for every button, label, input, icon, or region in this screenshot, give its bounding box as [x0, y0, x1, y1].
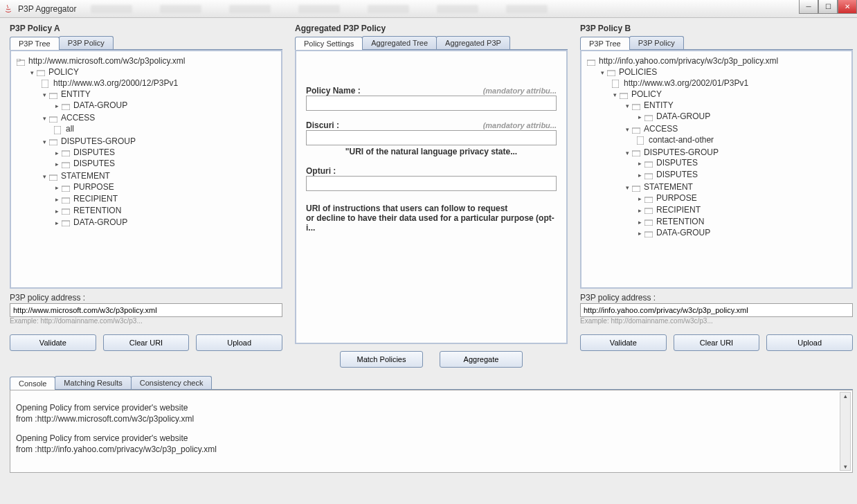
window-minimize-button[interactable]: ─	[799, 0, 818, 14]
collapse-icon[interactable]: ▾	[29, 70, 35, 76]
collapse-icon[interactable]: ▾	[42, 139, 48, 145]
clear-uri-button-a[interactable]: Clear URI	[103, 334, 190, 351]
tree-node[interactable]: RETENTION	[73, 206, 121, 215]
collapse-icon[interactable]: ▾	[599, 70, 606, 76]
tree-node[interactable]: DISPUTES	[73, 147, 115, 157]
tab-p3p-tree-a[interactable]: P3P Tree	[10, 37, 60, 50]
expand-icon[interactable]: ▸	[637, 219, 643, 226]
tree-node[interactable]: DISPUTES	[656, 158, 698, 168]
tree-node[interactable]: ACCESS	[644, 124, 678, 134]
collapse-icon[interactable]: ▾	[624, 127, 631, 133]
tab-policy-settings[interactable]: Policy Settings	[295, 37, 363, 50]
svg-rect-3	[42, 80, 48, 88]
tab-aggregated-tree[interactable]: Aggregated Tree	[362, 36, 437, 49]
console-scrollbar[interactable]: ▴ ▾	[840, 392, 851, 471]
scroll-up-icon[interactable]: ▴	[844, 393, 847, 399]
expand-icon[interactable]: ▸	[637, 208, 643, 214]
aggregate-button[interactable]: Aggregate	[440, 351, 523, 368]
tree-node[interactable]: DATA-GROUP	[73, 217, 127, 227]
expand-icon[interactable]: ▸	[54, 185, 60, 191]
validate-button-a[interactable]: Validate	[10, 334, 96, 351]
svg-rect-16	[587, 60, 595, 66]
collapse-icon[interactable]: ▾	[624, 103, 631, 109]
discuri-input[interactable]	[306, 130, 557, 145]
collapse-icon[interactable]: ▾	[42, 116, 48, 122]
folder-icon	[587, 57, 597, 66]
upload-button-a[interactable]: Upload	[196, 334, 282, 351]
collapse-icon[interactable]: ▾	[612, 92, 618, 98]
tree-node[interactable]: DATA-GROUP	[656, 228, 710, 237]
window-close-button[interactable]: ✕	[838, 0, 857, 14]
collapse-icon[interactable]: ▾	[42, 92, 48, 98]
tree-node[interactable]: ENTITY	[644, 100, 674, 110]
svg-rect-13	[62, 198, 70, 204]
match-policies-button[interactable]: Match Policies	[340, 351, 423, 368]
tree-a[interactable]: http://www.microsoft.com/w3c/p3policy.xm…	[15, 55, 277, 230]
tree-node[interactable]: RETENTION	[656, 217, 704, 226]
policy-name-input[interactable]	[306, 96, 557, 111]
expand-icon[interactable]: ▸	[637, 196, 643, 202]
tree-node[interactable]: POLICY	[631, 89, 662, 99]
folder-icon	[644, 159, 654, 168]
tree-node[interactable]: STATEMENT	[61, 171, 110, 181]
panel-a-title: P3P Policy A	[10, 24, 282, 33]
opturi-input[interactable]	[306, 176, 557, 191]
expand-icon[interactable]: ▸	[637, 161, 643, 167]
expand-icon[interactable]: ▸	[54, 103, 60, 109]
expand-icon[interactable]: ▸	[637, 114, 643, 120]
collapse-icon[interactable]: ▾	[624, 150, 631, 156]
tree-node[interactable]: RECIPIENT	[656, 205, 701, 215]
tree-node[interactable]: DATA-GROUP	[73, 100, 127, 110]
console-line: from :http://www.microsoft.com/w3c/p3pol…	[16, 414, 847, 424]
address-input-a[interactable]	[10, 303, 282, 317]
tab-aggregated-p3p[interactable]: Aggregated P3P	[436, 36, 510, 49]
tree-node[interactable]: http://www.w3.org/2002/01/P3Pv1	[624, 78, 748, 88]
expand-icon[interactable]: ▸	[54, 150, 60, 156]
folder-icon	[644, 194, 654, 204]
tree-node[interactable]: DATA-GROUP	[656, 111, 710, 121]
collapse-icon[interactable]: ▾	[42, 174, 48, 180]
tree-node[interactable]: RECIPIENT	[73, 194, 118, 204]
collapse-icon[interactable]: ▾	[624, 185, 631, 191]
scroll-down-icon[interactable]: ▾	[844, 463, 847, 470]
folder-icon	[62, 206, 71, 216]
tree-node[interactable]: DISPUTES	[73, 159, 115, 168]
tree-b[interactable]: http://info.yahoo.com/privacy/w3c/p3p_po…	[586, 55, 847, 242]
tab-matching-results[interactable]: Matching Results	[55, 376, 131, 389]
tree-node[interactable]: all	[66, 124, 74, 134]
expand-icon[interactable]: ▸	[637, 172, 643, 179]
clear-uri-button-b[interactable]: Clear URI	[674, 334, 760, 351]
validate-button-b[interactable]: Validate	[580, 334, 667, 351]
tree-node[interactable]: POLICY	[48, 67, 79, 77]
tree-node[interactable]: DISPUTES	[656, 170, 698, 179]
tree-node[interactable]: DISPUTES-GROUP	[644, 147, 719, 157]
expand-icon[interactable]: ▸	[637, 231, 643, 237]
upload-button-b[interactable]: Upload	[766, 334, 853, 351]
tree-node[interactable]: POLICIES	[619, 67, 657, 77]
expand-icon[interactable]: ▸	[54, 208, 60, 215]
address-input-b[interactable]	[580, 303, 853, 317]
tab-p3p-policy-b[interactable]: P3P Policy	[629, 36, 684, 49]
tree-node[interactable]: STATEMENT	[644, 182, 693, 192]
svg-rect-20	[632, 105, 640, 110]
tree-node[interactable]: PURPOSE	[73, 182, 114, 192]
tab-consistency-check[interactable]: Consistency check	[131, 376, 213, 389]
tree-node[interactable]: http://info.yahoo.com/privacy/w3c/p3p_po…	[599, 56, 778, 66]
tab-p3p-tree-b[interactable]: P3P Tree	[580, 37, 630, 50]
tree-node[interactable]: http://www.w3.org/2000/12/P3Pv1	[53, 78, 178, 88]
tree-node[interactable]: PURPOSE	[656, 193, 697, 203]
tab-p3p-policy-a[interactable]: P3P Policy	[59, 36, 114, 49]
tab-console[interactable]: Console	[10, 377, 55, 390]
tree-node[interactable]: ACCESS	[61, 113, 95, 123]
svg-rect-28	[644, 197, 653, 203]
address-label-b: P3P policy address :	[580, 293, 853, 303]
tree-node[interactable]: DISPUTES-GROUP	[61, 136, 136, 146]
tree-node[interactable]: http://www.microsoft.com/w3c/p3policy.xm…	[28, 56, 186, 66]
expand-icon[interactable]: ▸	[54, 161, 60, 168]
expand-icon[interactable]: ▸	[54, 197, 60, 203]
expand-icon[interactable]: ▸	[54, 220, 60, 226]
window-maximize-button[interactable]: ☐	[818, 0, 838, 14]
svg-rect-5	[62, 105, 70, 110]
tree-node[interactable]: contact-and-other	[649, 135, 714, 145]
tree-node[interactable]: ENTITY	[61, 89, 91, 99]
